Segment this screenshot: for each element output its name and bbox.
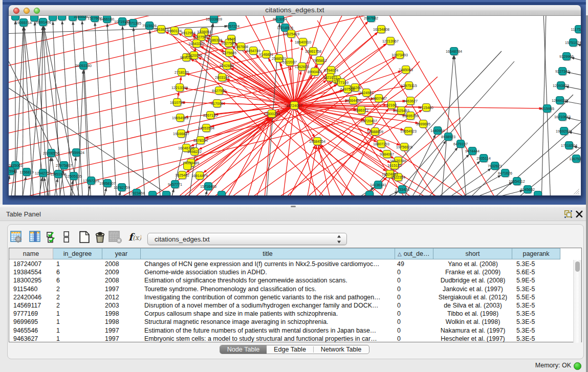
cell-out_de: 0: [395, 301, 433, 310]
graph-edge[interactable]: [53, 21, 60, 195]
column-header-pagerank[interactable]: pagerank: [512, 248, 560, 259]
status-bar: Memory: OK: [0, 360, 588, 372]
graph-node[interactable]: [163, 191, 170, 196]
graph-edge[interactable]: [448, 175, 502, 195]
graph-node-label: 20691406: [35, 20, 51, 25]
table-mode-icon[interactable]: [10, 231, 24, 246]
tab-network-table[interactable]: Network Table: [313, 345, 369, 354]
column-header-in_degree[interactable]: in_degree: [53, 248, 102, 259]
unselect-all-icon[interactable]: [63, 231, 70, 246]
window-resize-grip[interactable]: [573, 188, 580, 194]
show-columns-icon[interactable]: [29, 231, 41, 246]
edge-arrow-icon: [52, 21, 54, 25]
graph-node-label: 7625402: [175, 173, 189, 178]
graph-edge[interactable]: [134, 27, 145, 195]
graph-node-label: 8471626: [498, 171, 512, 176]
cell-year: 2009: [102, 268, 141, 276]
graph-node-label: 12923468: [128, 191, 145, 195]
table-row[interactable]: 1938455462009Genome-wide association stu…: [9, 268, 569, 276]
graph-edge[interactable]: [190, 59, 294, 105]
edge-arrow-icon: [290, 38, 293, 41]
edge-arrow-icon: [118, 191, 121, 195]
table-row[interactable]: 1456911722003Disruption of a novel membe…: [9, 301, 569, 310]
scrollbar-thumb[interactable]: [575, 261, 580, 272]
graph-edge[interactable]: [294, 80, 326, 105]
cell-out_de: 0: [395, 326, 433, 335]
cell-out_de: 0: [395, 268, 433, 276]
new-column-icon[interactable]: [79, 231, 90, 246]
graph-node-label: 62160: [386, 103, 397, 107]
graph-node-label: 8186328: [208, 38, 222, 42]
column-header-year[interactable]: year: [102, 248, 141, 259]
graph-node[interactable]: [58, 16, 66, 20]
graph-node-label: 8267130: [203, 113, 217, 118]
graph-edge[interactable]: [188, 23, 213, 195]
table-row[interactable]: 2242004622012Investigating the contribut…: [9, 293, 569, 301]
edge-arrow-icon: [148, 30, 151, 33]
table-row[interactable]: 977716911998Corpus callosum shape and si…: [9, 310, 569, 318]
network-view-panel: citations_edges.txt 19055714206914061065…: [0, 0, 588, 205]
graph-edge[interactable]: [9, 48, 299, 122]
float-panel-icon[interactable]: [564, 210, 573, 218]
graph-node[interactable]: [12, 16, 19, 20]
graph-node-label: 12505135: [66, 174, 82, 179]
graph-edge[interactable]: [509, 143, 581, 195]
graph-node-label: 1733426: [395, 187, 409, 192]
cell-pagerank: 5.3E-5: [512, 326, 560, 335]
graph-edge[interactable]: [150, 30, 161, 195]
graph-node[interactable]: [149, 191, 157, 196]
graph-edge[interactable]: [407, 140, 446, 195]
column-header-name[interactable]: name: [9, 248, 53, 259]
column-header-out_de[interactable]: △out_de…: [395, 248, 433, 259]
table-row[interactable]: 911546021997Tourette syndrome. Phenomeno…: [9, 285, 569, 293]
table-row[interactable]: 946554611997Estimation of the future num…: [9, 326, 569, 335]
delete-table-icon[interactable]: [108, 231, 122, 246]
graph-edge[interactable]: [294, 46, 302, 105]
tab-edge-table[interactable]: Edge Table: [267, 345, 313, 354]
graph-edge[interactable]: [358, 16, 471, 195]
node-data-table[interactable]: namein_degreeyeartitle△out_de…shortpager…: [9, 248, 582, 342]
table-row[interactable]: 1830029562008Estimation of significance …: [9, 276, 569, 285]
network-graph-canvas[interactable]: 1905571420691406106552871527602646616010…: [9, 16, 581, 195]
cell-year: 1998: [102, 318, 141, 326]
function-builder-icon[interactable]: f (x): [128, 231, 141, 246]
cell-name: 9115460: [9, 285, 53, 293]
table-source-dropdown[interactable]: citations_edges.txt: [147, 233, 347, 245]
tab-node-table[interactable]: Node Table: [220, 345, 267, 354]
graph-node-label: 2803144: [215, 75, 229, 80]
cell-pagerank: 5.3E-5: [512, 260, 560, 268]
network-window-titlebar[interactable]: citations_edges.txt: [9, 5, 581, 16]
graph-node-label: 1362615: [295, 64, 309, 69]
graph-edge[interactable]: [122, 26, 130, 195]
table-row[interactable]: 946362711997Embryonic stem cells: a mode…: [9, 335, 569, 343]
graph-node-label: 12213349: [171, 85, 188, 90]
table-row[interactable]: 969969511998Structural magnetic resonanc…: [9, 318, 569, 326]
cell-out_de: 0: [395, 335, 433, 343]
graph-edge[interactable]: [83, 70, 89, 195]
close-panel-icon[interactable]: [575, 210, 583, 218]
cell-in_degree: 2: [53, 285, 102, 293]
table-tabs: Node TableEdge TableNetwork Table: [220, 345, 369, 354]
app-left-edge: [0, 0, 3, 205]
select-all-icon[interactable]: [47, 231, 58, 246]
graph-node-label: 12975115: [401, 83, 417, 88]
column-header-title[interactable]: title: [141, 248, 395, 259]
graph-edge[interactable]: [441, 55, 453, 195]
graph-node[interactable]: [534, 191, 542, 196]
graph-edge[interactable]: [421, 154, 469, 195]
graph-edge[interactable]: [371, 191, 398, 195]
graph-node-label: 9463627: [403, 99, 418, 103]
delete-columns-icon[interactable]: [94, 231, 106, 246]
cell-pagerank: 5.6E-5: [512, 268, 560, 276]
edge-arrow-icon: [497, 175, 501, 178]
graph-node[interactable]: [366, 191, 374, 196]
table-scrollbar[interactable]: [573, 260, 581, 343]
edge-arrow-icon: [419, 110, 422, 113]
graph-node-label: 417006: [211, 101, 223, 106]
table-row[interactable]: 1872400712008Changes of HCN gene express…: [9, 260, 569, 268]
graph-edge[interactable]: [95, 22, 104, 195]
graph-node-label: 20053340: [75, 63, 92, 68]
cell-year: 2003: [102, 301, 141, 310]
column-header-short[interactable]: short: [433, 248, 512, 259]
graph-node[interactable]: [218, 191, 226, 196]
